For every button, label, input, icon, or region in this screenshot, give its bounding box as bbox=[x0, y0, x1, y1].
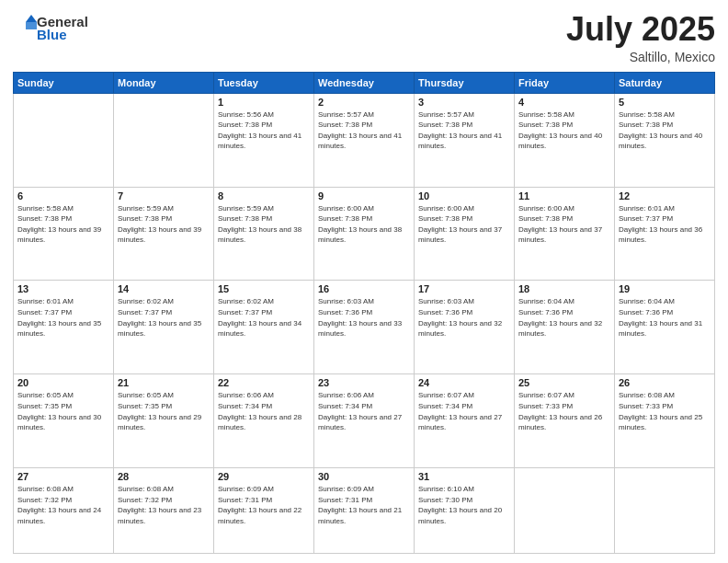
day-info: Sunrise: 6:01 AMSunset: 7:37 PMDaylight:… bbox=[17, 296, 109, 339]
day-info: Sunrise: 6:03 AMSunset: 7:36 PMDaylight:… bbox=[318, 296, 410, 339]
table-row: 30Sunrise: 6:09 AMSunset: 7:31 PMDayligh… bbox=[314, 468, 415, 554]
table-row: 29Sunrise: 6:09 AMSunset: 7:31 PMDayligh… bbox=[214, 468, 314, 554]
table-row: 20Sunrise: 6:05 AMSunset: 7:35 PMDayligh… bbox=[14, 374, 114, 468]
day-number: 12 bbox=[619, 190, 711, 201]
day-number: 5 bbox=[619, 97, 711, 108]
day-info: Sunrise: 6:08 AMSunset: 7:32 PMDaylight:… bbox=[17, 484, 109, 526]
day-info: Sunrise: 6:07 AMSunset: 7:34 PMDaylight:… bbox=[418, 390, 510, 432]
table-row: 19Sunrise: 6:04 AMSunset: 7:36 PMDayligh… bbox=[615, 281, 715, 374]
header-sunday: Sunday bbox=[14, 72, 114, 93]
day-number: 3 bbox=[418, 97, 510, 108]
day-number: 7 bbox=[118, 190, 210, 201]
header-tuesday: Tuesday bbox=[214, 72, 314, 93]
calendar-week-row: 1Sunrise: 5:56 AMSunset: 7:38 PMDaylight… bbox=[14, 93, 715, 187]
day-number: 20 bbox=[17, 377, 109, 388]
day-info: Sunrise: 6:01 AMSunset: 7:37 PMDaylight:… bbox=[619, 203, 711, 246]
location-subtitle: Saltillo, Mexico bbox=[566, 50, 715, 64]
day-info: Sunrise: 5:58 AMSunset: 7:38 PMDaylight:… bbox=[518, 109, 610, 152]
table-row: 14Sunrise: 6:02 AMSunset: 7:37 PMDayligh… bbox=[114, 281, 214, 374]
table-row: 9Sunrise: 6:00 AMSunset: 7:38 PMDaylight… bbox=[314, 187, 415, 281]
day-info: Sunrise: 6:09 AMSunset: 7:31 PMDaylight:… bbox=[218, 484, 310, 526]
logo: General Blue bbox=[13, 11, 96, 46]
day-number: 26 bbox=[619, 377, 711, 388]
table-row bbox=[14, 93, 114, 187]
header-wednesday: Wednesday bbox=[314, 72, 415, 93]
day-number: 23 bbox=[318, 377, 410, 388]
day-info: Sunrise: 6:06 AMSunset: 7:34 PMDaylight:… bbox=[218, 390, 310, 432]
table-row: 5Sunrise: 5:58 AMSunset: 7:38 PMDaylight… bbox=[615, 93, 715, 187]
table-row: 31Sunrise: 6:10 AMSunset: 7:30 PMDayligh… bbox=[415, 468, 515, 554]
day-info: Sunrise: 6:04 AMSunset: 7:36 PMDaylight:… bbox=[518, 296, 610, 339]
table-row: 18Sunrise: 6:04 AMSunset: 7:36 PMDayligh… bbox=[515, 281, 615, 374]
table-row: 26Sunrise: 6:08 AMSunset: 7:33 PMDayligh… bbox=[615, 374, 715, 468]
table-row: 11Sunrise: 6:00 AMSunset: 7:38 PMDayligh… bbox=[515, 187, 615, 281]
day-info: Sunrise: 6:05 AMSunset: 7:35 PMDaylight:… bbox=[118, 390, 210, 432]
day-info: Sunrise: 5:58 AMSunset: 7:38 PMDaylight:… bbox=[619, 109, 711, 152]
day-number: 19 bbox=[619, 283, 711, 294]
day-number: 1 bbox=[218, 97, 310, 108]
day-number: 2 bbox=[318, 97, 410, 108]
table-row: 15Sunrise: 6:02 AMSunset: 7:37 PMDayligh… bbox=[214, 281, 314, 374]
table-row bbox=[114, 93, 214, 187]
day-info: Sunrise: 6:09 AMSunset: 7:31 PMDaylight:… bbox=[318, 484, 410, 526]
calendar-week-row: 6Sunrise: 5:58 AMSunset: 7:38 PMDaylight… bbox=[14, 187, 715, 281]
calendar-week-row: 20Sunrise: 6:05 AMSunset: 7:35 PMDayligh… bbox=[14, 374, 715, 468]
day-number: 29 bbox=[218, 471, 310, 482]
day-number: 30 bbox=[318, 471, 410, 482]
table-row: 4Sunrise: 5:58 AMSunset: 7:38 PMDaylight… bbox=[515, 93, 615, 187]
table-row: 8Sunrise: 5:59 AMSunset: 7:38 PMDaylight… bbox=[214, 187, 314, 281]
day-info: Sunrise: 6:00 AMSunset: 7:38 PMDaylight:… bbox=[418, 203, 510, 246]
header-saturday: Saturday bbox=[615, 72, 715, 93]
day-number: 9 bbox=[318, 190, 410, 201]
days-header-row: Sunday Monday Tuesday Wednesday Thursday… bbox=[14, 72, 715, 93]
calendar-week-row: 27Sunrise: 6:08 AMSunset: 7:32 PMDayligh… bbox=[14, 468, 715, 554]
table-row: 23Sunrise: 6:06 AMSunset: 7:34 PMDayligh… bbox=[314, 374, 415, 468]
day-info: Sunrise: 6:02 AMSunset: 7:37 PMDaylight:… bbox=[118, 296, 210, 339]
table-row: 25Sunrise: 6:07 AMSunset: 7:33 PMDayligh… bbox=[515, 374, 615, 468]
day-number: 31 bbox=[418, 471, 510, 482]
svg-marker-2 bbox=[26, 22, 37, 29]
day-number: 6 bbox=[17, 190, 109, 201]
day-info: Sunrise: 5:56 AMSunset: 7:38 PMDaylight:… bbox=[218, 109, 310, 152]
day-number: 28 bbox=[118, 471, 210, 482]
day-info: Sunrise: 5:58 AMSunset: 7:38 PMDaylight:… bbox=[17, 203, 109, 246]
day-number: 17 bbox=[418, 283, 510, 294]
day-info: Sunrise: 5:57 AMSunset: 7:38 PMDaylight:… bbox=[318, 109, 410, 152]
day-info: Sunrise: 6:08 AMSunset: 7:32 PMDaylight:… bbox=[118, 484, 210, 526]
day-number: 24 bbox=[418, 377, 510, 388]
table-row: 3Sunrise: 5:57 AMSunset: 7:38 PMDaylight… bbox=[415, 93, 515, 187]
table-row: 12Sunrise: 6:01 AMSunset: 7:37 PMDayligh… bbox=[615, 187, 715, 281]
month-year-title: July 2025 bbox=[566, 11, 715, 48]
day-info: Sunrise: 6:00 AMSunset: 7:38 PMDaylight:… bbox=[318, 203, 410, 246]
table-row: 24Sunrise: 6:07 AMSunset: 7:34 PMDayligh… bbox=[415, 374, 515, 468]
table-row: 22Sunrise: 6:06 AMSunset: 7:34 PMDayligh… bbox=[214, 374, 314, 468]
day-info: Sunrise: 5:59 AMSunset: 7:38 PMDaylight:… bbox=[218, 203, 310, 246]
day-number: 25 bbox=[518, 377, 610, 388]
day-info: Sunrise: 5:59 AMSunset: 7:38 PMDaylight:… bbox=[118, 203, 210, 246]
day-info: Sunrise: 6:06 AMSunset: 7:34 PMDaylight:… bbox=[318, 390, 410, 432]
table-row: 17Sunrise: 6:03 AMSunset: 7:36 PMDayligh… bbox=[415, 281, 515, 374]
calendar-week-row: 13Sunrise: 6:01 AMSunset: 7:37 PMDayligh… bbox=[14, 281, 715, 374]
day-number: 18 bbox=[518, 283, 610, 294]
day-number: 15 bbox=[218, 283, 310, 294]
table-row bbox=[515, 468, 615, 554]
day-number: 16 bbox=[318, 283, 410, 294]
calendar-table: Sunday Monday Tuesday Wednesday Thursday… bbox=[13, 72, 715, 554]
table-row: 10Sunrise: 6:00 AMSunset: 7:38 PMDayligh… bbox=[415, 187, 515, 281]
table-row: 28Sunrise: 6:08 AMSunset: 7:32 PMDayligh… bbox=[114, 468, 214, 554]
header-thursday: Thursday bbox=[415, 72, 515, 93]
day-info: Sunrise: 6:04 AMSunset: 7:36 PMDaylight:… bbox=[619, 296, 711, 339]
day-info: Sunrise: 6:00 AMSunset: 7:38 PMDaylight:… bbox=[518, 203, 610, 246]
table-row: 2Sunrise: 5:57 AMSunset: 7:38 PMDaylight… bbox=[314, 93, 415, 187]
day-number: 22 bbox=[218, 377, 310, 388]
logo-svg: General Blue bbox=[13, 11, 96, 46]
day-number: 4 bbox=[518, 97, 610, 108]
day-info: Sunrise: 6:02 AMSunset: 7:37 PMDaylight:… bbox=[218, 296, 310, 339]
day-number: 10 bbox=[418, 190, 510, 201]
title-section: July 2025 Saltillo, Mexico bbox=[566, 11, 715, 64]
svg-text:Blue: Blue bbox=[37, 27, 67, 42]
table-row bbox=[615, 468, 715, 554]
table-row: 1Sunrise: 5:56 AMSunset: 7:38 PMDaylight… bbox=[214, 93, 314, 187]
day-info: Sunrise: 6:08 AMSunset: 7:33 PMDaylight:… bbox=[619, 390, 711, 432]
day-number: 27 bbox=[17, 471, 109, 482]
